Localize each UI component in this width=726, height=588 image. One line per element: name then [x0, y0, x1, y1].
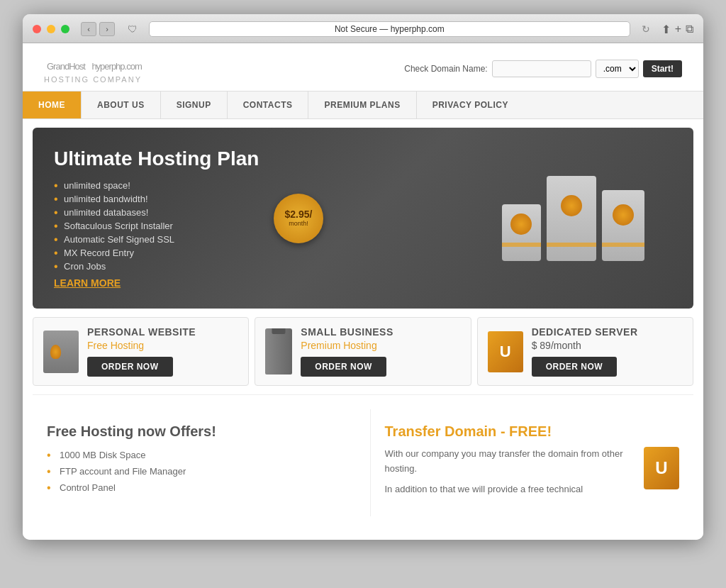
feature-3: unlimited databases! — [54, 207, 474, 218]
nav-item-privacy-policy[interactable]: PRIVACY POLICY — [417, 91, 524, 118]
feature-5: Automatic Self Signed SSL — [54, 234, 474, 245]
transfer-domain-box: Transfer Domain - FREE! U With our compa… — [370, 409, 694, 516]
feature-2: unlimited bandwidth! — [54, 194, 474, 204]
free-item-2: FTP account and File Manager — [47, 466, 342, 477]
hero-price-period: month! — [289, 220, 308, 228]
server-unit-medium — [602, 190, 644, 261]
minimize-dot[interactable] — [47, 25, 55, 33]
transfer-title: Transfer Domain - FREE! — [385, 423, 680, 440]
hero-features-list: unlimited space! unlimited bandwidth! un… — [54, 180, 474, 272]
personal-plan-icon — [43, 331, 79, 373]
transfer-text-2: In addition to that we will provide a fr… — [385, 482, 680, 497]
server-unit-small — [502, 204, 541, 261]
server-illustration — [502, 176, 644, 261]
logo-area: GrandHost hyperphp.com HOSTING COMPANY — [44, 53, 142, 84]
browser-nav-buttons: ‹ › — [81, 22, 115, 36]
section-divider — [33, 394, 693, 395]
logo-domain: hyperphp.com — [91, 61, 141, 72]
logo-brand-text: GrandHost — [47, 61, 85, 72]
feature-1: unlimited space! — [54, 180, 474, 191]
nav-item-contacts[interactable]: CONTACTS — [228, 91, 309, 118]
free-hosting-title: Free Hosting now Offers! — [47, 423, 342, 440]
feature-7: Cron Jobs — [54, 261, 474, 272]
free-item-1: 1000 MB Disk Space — [47, 450, 342, 460]
nav-item-signup[interactable]: SIGNUP — [161, 91, 228, 118]
forward-button[interactable]: › — [99, 22, 115, 36]
dedicated-plan-icon — [488, 331, 523, 372]
free-hosting-list: 1000 MB Disk Space FTP account and File … — [47, 450, 342, 493]
business-plan-order-button[interactable]: ORDER NOW — [301, 357, 386, 377]
business-plan-name: SMALL BUSINESS — [301, 326, 460, 338]
hero-image-area — [474, 176, 672, 261]
plan-card-business: SMALL BUSINESS Premium Hosting ORDER NOW — [255, 317, 471, 386]
learn-more-link[interactable]: LEARN MORE — [54, 277, 474, 289]
close-dot[interactable] — [33, 25, 41, 33]
transfer-title-highlight: FREE! — [509, 423, 552, 439]
maximize-dot[interactable] — [61, 25, 69, 33]
plan-card-personal: PERSONAL WEBSITE Free Hosting ORDER NOW — [33, 317, 249, 386]
transfer-title-text: Transfer Domain - — [385, 423, 510, 439]
nav-item-about[interactable]: ABOUT US — [82, 91, 161, 118]
lower-section: Free Hosting now Offers! 1000 MB Disk Sp… — [33, 409, 693, 516]
reload-button[interactable]: ↻ — [642, 23, 650, 35]
hero-price-amount: $2.95/ — [285, 209, 313, 220]
browser-titlebar: ‹ › 🛡 Not Secure — hyperphp.com ↻ ⬆ + ⧉ — [23, 14, 703, 43]
browser-action-buttons: ⬆ + ⧉ — [661, 23, 693, 36]
transfer-domain-icon: U — [644, 447, 679, 489]
personal-plan-order-button[interactable]: ORDER NOW — [87, 357, 173, 377]
nav-item-premium-plans[interactable]: PREMIUM PLANS — [308, 91, 416, 118]
logo-brand: GrandHost hyperphp.com — [44, 53, 142, 74]
business-plan-tagline: Premium Hosting — [301, 340, 460, 351]
hero-content: Ultimate Hosting Plan unlimited space! u… — [54, 148, 474, 289]
business-plan-icon — [265, 328, 292, 375]
site-navigation: HOME ABOUT US SIGNUP CONTACTS PREMIUM PL… — [23, 91, 703, 119]
plans-section: PERSONAL WEBSITE Free Hosting ORDER NOW … — [33, 317, 693, 386]
business-plan-details: SMALL BUSINESS Premium Hosting ORDER NOW — [301, 326, 460, 377]
address-bar[interactable]: Not Secure — hyperphp.com — [149, 21, 630, 37]
dedicated-plan-price: $ 89/month — [532, 340, 683, 351]
browser-window: ‹ › 🛡 Not Secure — hyperphp.com ↻ ⬆ + ⧉ … — [23, 14, 703, 540]
domain-check-area: Check Domain Name: .com .net .org Start! — [404, 60, 682, 78]
back-button[interactable]: ‹ — [81, 22, 96, 36]
personal-plan-tagline: Free Hosting — [87, 340, 238, 351]
domain-ext-select[interactable]: .com .net .org — [596, 60, 639, 78]
personal-plan-name: PERSONAL WEBSITE — [87, 326, 238, 338]
security-shield-icon: 🛡 — [128, 23, 138, 35]
domain-input[interactable] — [492, 60, 591, 77]
share-icon[interactable]: ⬆ — [661, 23, 671, 36]
transfer-content: U With our company you may transfer the … — [385, 447, 680, 502]
hero-banner: Ultimate Hosting Plan unlimited space! u… — [33, 128, 693, 309]
domain-check-label: Check Domain Name: — [404, 64, 487, 74]
hero-price-badge: $2.95/ month! — [274, 194, 323, 243]
personal-plan-details: PERSONAL WEBSITE Free Hosting ORDER NOW — [87, 326, 238, 377]
nav-item-home[interactable]: HOME — [23, 91, 82, 118]
dedicated-plan-order-button[interactable]: ORDER NOW — [532, 357, 618, 377]
tabs-icon[interactable]: ⧉ — [686, 23, 693, 36]
transfer-text-1: With our company you may transfer the do… — [385, 447, 680, 477]
free-item-3: Control Panel — [47, 482, 342, 493]
hero-title: Ultimate Hosting Plan — [54, 148, 474, 170]
new-tab-icon[interactable]: + — [675, 23, 681, 36]
page-content: GrandHost hyperphp.com HOSTING COMPANY C… — [23, 43, 703, 540]
site-header: GrandHost hyperphp.com HOSTING COMPANY C… — [23, 43, 703, 91]
feature-6: MX Record Entry — [54, 248, 474, 258]
domain-start-button[interactable]: Start! — [643, 60, 682, 77]
server-unit-tall — [547, 176, 596, 261]
free-hosting-box: Free Hosting now Offers! 1000 MB Disk Sp… — [33, 409, 356, 516]
logo-subtitle: HOSTING COMPANY — [44, 75, 142, 84]
dedicated-plan-name: DEDICATED SERVER — [532, 326, 683, 338]
feature-4: Softaculous Script Installer — [54, 221, 474, 231]
dedicated-plan-details: DEDICATED SERVER $ 89/month ORDER NOW — [532, 326, 683, 377]
plan-card-dedicated: DEDICATED SERVER $ 89/month ORDER NOW — [477, 317, 693, 386]
